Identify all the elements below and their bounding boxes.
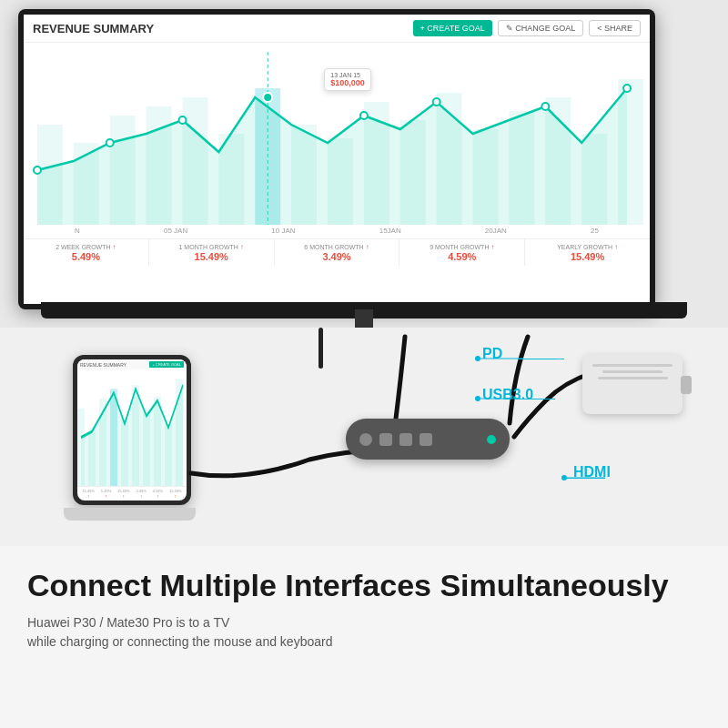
stat-value-0: 5.49%	[29, 251, 143, 262]
arrow-1: ↑	[240, 243, 244, 251]
mini-chart-svg	[77, 369, 187, 486]
label-usb: USB3.0	[482, 387, 533, 403]
mini-chart-title: REVENUE SUMMARY	[80, 362, 126, 368]
stat-value-3: 4.59%	[405, 251, 519, 262]
svg-point-22	[263, 93, 272, 102]
charger-device	[582, 355, 682, 414]
svg-point-21	[179, 116, 187, 124]
phone-screen: REVENUE SUMMARY + CREATE GOAL	[77, 359, 187, 500]
stat-item-4: YEARLY GROWTH ↑ 15.49%	[525, 239, 650, 266]
create-goal-button[interactable]: + CREATE GOAL	[413, 20, 492, 36]
mini-stat-4: 4.59% ↑	[153, 489, 163, 499]
phone-device: REVENUE SUMMARY + CREATE GOAL	[73, 355, 191, 505]
stats-row: 2 WEEK GROWTH ↑ 5.49% 1 MONTH GROWTH ↑ 1…	[24, 238, 650, 266]
mini-chart-area	[77, 369, 187, 486]
label-line-usb	[519, 399, 555, 399]
stat-label-0: 2 WEEK GROWTH ↑	[29, 243, 143, 251]
subtext-line1: Huawei P30 / Mate30 Pro is to a TV	[27, 615, 229, 630]
mini-stats-row: 15.49% ↑ 5.49% ↑ 15.49% ↑ 3.49% ↑	[77, 486, 187, 500]
svg-point-24	[433, 98, 440, 106]
stat-label-2: 6 MONTH GROWTH ↑	[280, 243, 394, 251]
svg-point-42	[475, 396, 480, 401]
mini-stat-3: 3.49% ↑	[136, 489, 147, 499]
stand-neck	[355, 309, 373, 328]
tv-section: REVENUE SUMMARY + CREATE GOAL ✎ CHANGE G…	[0, 0, 728, 355]
mini-create-btn: + CREATE GOAL	[149, 361, 184, 368]
page-subtext: Huawei P30 / Mate30 Pro is to a TV while…	[27, 613, 701, 652]
mini-stat-2: 15.49% ↑	[117, 489, 130, 499]
hub-port-3	[420, 433, 432, 446]
tooltip-date: 13 JAN 15	[330, 72, 365, 78]
share-button[interactable]: < SHARE	[589, 20, 641, 36]
mini-stat-1: 5.49% ↑	[101, 489, 111, 499]
chart-tooltip: 13 JAN 15 $100,000	[324, 68, 371, 91]
hub-port-2	[399, 433, 412, 446]
hub-port-usbc	[359, 433, 372, 446]
chart-header: REVENUE SUMMARY + CREATE GOAL ✎ CHANGE G…	[24, 15, 650, 43]
mini-stat-0: 15.49% ↑	[82, 489, 95, 499]
stat-value-4: 15.49%	[531, 251, 644, 262]
text-section: Connect Multiple Interfaces Simultaneous…	[0, 546, 728, 728]
subtext-line2: while charging or connecting the mouse a…	[27, 634, 332, 649]
arrow-4: ↑	[614, 243, 618, 251]
chart-title: REVENUE SUMMARY	[33, 22, 154, 35]
stat-label-1: 1 MONTH GROWTH ↑	[155, 243, 268, 251]
stat-value-1: 15.49%	[155, 251, 268, 262]
hub-indicator-light	[487, 435, 496, 444]
stat-item-1: 1 MONTH GROWTH ↑ 15.49%	[149, 239, 275, 266]
arrow-3: ↑	[490, 243, 494, 251]
cable-tv-hub	[318, 328, 323, 369]
stat-item-0: 2 WEEK GROWTH ↑ 5.49%	[24, 239, 149, 266]
chart-container: 13 JAN 15 $100,000	[24, 43, 650, 225]
svg-point-19	[34, 167, 41, 174]
tv-frame: REVENUE SUMMARY + CREATE GOAL ✎ CHANGE G…	[18, 9, 655, 309]
tv-screen: REVENUE SUMMARY + CREATE GOAL ✎ CHANGE G…	[24, 15, 650, 304]
hub-device	[346, 419, 510, 460]
page-headline: Connect Multiple Interfaces Simultaneous…	[27, 569, 701, 602]
hub-port-1	[379, 433, 392, 446]
charger-port	[681, 376, 692, 394]
mini-chart-header: REVENUE SUMMARY + CREATE GOAL	[77, 359, 187, 369]
stat-value-2: 3.49%	[280, 251, 394, 262]
svg-point-25	[541, 103, 549, 110]
stat-item-3: 9 MONTH GROWTH ↑ 4.59%	[399, 239, 525, 266]
stat-item-2: 6 MONTH GROWTH ↑ 3.49%	[275, 239, 400, 266]
label-pd: PD	[482, 346, 502, 362]
phone-stand	[64, 508, 196, 521]
svg-point-41	[475, 356, 480, 361]
arrow-2: ↑	[366, 243, 369, 251]
label-line-hdmi	[564, 478, 605, 479]
svg-point-26	[623, 85, 631, 92]
svg-point-23	[360, 112, 368, 119]
stat-label-3: 9 MONTH GROWTH ↑	[405, 243, 519, 251]
arrow-0: ↑	[113, 243, 116, 251]
chart-buttons: + CREATE GOAL ✎ CHANGE GOAL < SHARE	[413, 20, 641, 36]
change-goal-button[interactable]: ✎ CHANGE GOAL	[498, 20, 584, 36]
label-line-pd	[519, 359, 564, 359]
hub-section: REVENUE SUMMARY + CREATE GOAL	[0, 328, 728, 555]
svg-point-20	[106, 139, 114, 147]
mini-stat-5: 15.49% ↑	[169, 489, 182, 499]
stat-label-4: YEARLY GROWTH ↑	[531, 243, 644, 251]
tooltip-value: $100,000	[330, 78, 365, 87]
